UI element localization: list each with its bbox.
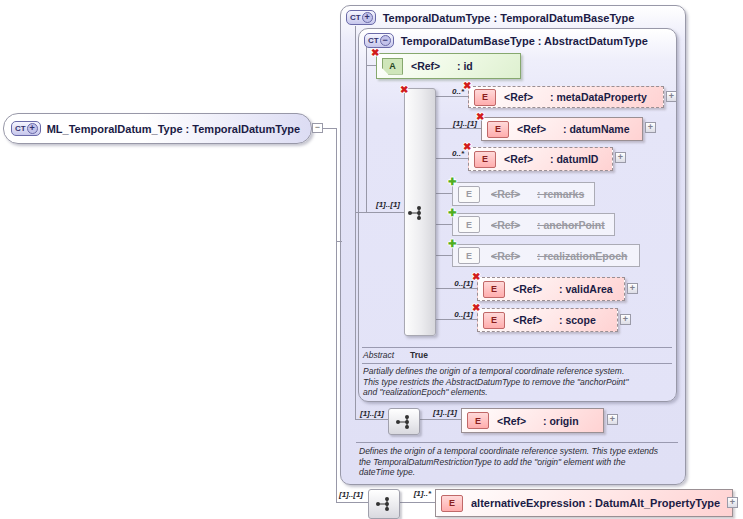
cardinality-label: [1]..* [389, 489, 431, 498]
element-validarea[interactable]: ✖ E <Ref> : validArea [477, 277, 625, 301]
collapse-toggle-icon[interactable]: − [312, 123, 323, 133]
element-icon: E [458, 186, 480, 203]
element-name: : anchorPoint [537, 219, 605, 231]
separator [362, 347, 672, 348]
connector-line [355, 419, 388, 420]
separator [356, 442, 678, 443]
connector-line [434, 158, 468, 159]
connector-line [434, 193, 452, 194]
connector-line [366, 65, 376, 66]
removed-icon: ✖ [371, 47, 379, 58]
connector-line [434, 96, 468, 97]
element-metadataproperty[interactable]: ✖ E <Ref> : metaDataProperty [468, 86, 664, 108]
complex-type-restriction-icon: CT− [364, 33, 394, 48]
element-name: : validArea [559, 283, 613, 295]
removed-icon: ✖ [463, 80, 471, 91]
element-ref: <Ref> [517, 123, 563, 135]
element-icon: E [483, 281, 505, 298]
cardinality-label: [1]..[1] [415, 408, 457, 417]
annotation-line: the TemporalDatumRestrictionType to add … [359, 457, 658, 468]
element-icon: E [458, 216, 480, 233]
cardinality-label: [1]..[1] [321, 490, 363, 499]
element-ref: <Ref> [513, 283, 559, 295]
connector-line [355, 212, 404, 213]
annotation-temporaldatumtype: Defines the origin of a temporal coordin… [359, 446, 658, 478]
annotation-line: dateTime type. [359, 467, 658, 478]
annotation-line: Defines the origin of a temporal coordin… [359, 446, 658, 457]
connector-line [434, 128, 481, 129]
connector-line [336, 241, 342, 242]
expand-icon[interactable]: + [627, 283, 638, 294]
abstract-facet-value: True [410, 350, 428, 360]
abstract-facet-label: Abstract [363, 350, 394, 360]
extension-sign-icon: + [27, 123, 38, 134]
type-title: TemporalDatumBaseType : AbstractDatumTyp… [401, 35, 648, 47]
expand-icon[interactable]: + [727, 497, 738, 508]
removed-icon: ✖ [400, 84, 408, 95]
element-icon: E [458, 247, 480, 264]
connector-line [418, 419, 461, 420]
type-box-ml-temporaldatum[interactable]: CT+ ML_TemporalDatum_Type : TemporalDatu… [3, 113, 312, 144]
sequence-icon [375, 496, 393, 512]
xsd-schema-diagram: CT+ TemporalDatumType : TemporalDatumBas… [0, 0, 743, 519]
annotation-temporaldatumbasetype: Partially defines the origin of a tempor… [363, 366, 628, 398]
connector-line [323, 128, 336, 129]
element-ref: <Ref> [497, 415, 543, 427]
annotation-line: and "realizationEpoch" elements. [363, 387, 628, 398]
element-icon: E [467, 412, 489, 429]
sequence-group-bar[interactable]: ✖ [404, 88, 436, 336]
type-header-temporaldatumbasetype: CT− TemporalDatumBaseType : AbstractDatu… [364, 33, 648, 48]
connector-line [398, 502, 435, 503]
element-name: : datumName [563, 123, 630, 135]
ct-label: CT [15, 123, 26, 134]
added-icon: ✚ [448, 238, 456, 249]
removed-icon: ✖ [472, 271, 480, 282]
complex-type-extension-icon: CT+ [11, 121, 41, 136]
attribute-id[interactable]: ✖ A <Ref> : id [376, 53, 521, 79]
element-name: alternativeExpression : DatumAlt_Propert… [471, 497, 720, 509]
cardinality-label: 0..[1] [437, 310, 473, 319]
connector-line [336, 128, 337, 503]
annotation-line: Partially defines the origin of a tempor… [363, 366, 628, 377]
cardinality-label: 0..* [436, 87, 464, 96]
ct-label: CT [350, 12, 361, 23]
attribute-ref: <Ref> [411, 60, 457, 72]
added-icon: ✚ [448, 176, 456, 187]
element-realizationepoch-removed[interactable]: ✚ E <Ref>: realizationEpoch [452, 244, 640, 267]
element-anchorpoint-removed[interactable]: ✚ E <Ref>: anchorPoint [452, 213, 615, 236]
expand-icon[interactable]: + [666, 91, 677, 102]
element-datumname[interactable]: ✖ E <Ref> : datumName [481, 117, 643, 141]
connector-line [434, 319, 477, 320]
element-origin[interactable]: E <Ref> : origin [461, 408, 604, 433]
connector-line [366, 47, 367, 213]
expand-icon[interactable]: + [645, 122, 656, 133]
element-datumid[interactable]: ✖ E <Ref> : datumID [468, 147, 613, 171]
element-remarks-removed[interactable]: ✚ E <Ref>: remarks [452, 182, 595, 206]
element-icon: E [483, 312, 505, 329]
complex-type-extension-icon: CT+ [346, 10, 376, 25]
element-icon: E [474, 89, 496, 106]
element-name: : metaDataProperty [550, 91, 647, 103]
removed-icon: ✖ [463, 141, 471, 152]
sequence-icon [395, 414, 413, 430]
removed-icon: ✖ [472, 302, 480, 313]
element-ref: <Ref> [491, 219, 537, 231]
element-ref: <Ref> [491, 250, 537, 262]
cardinality-label: 0..* [436, 149, 464, 158]
element-icon: E [487, 121, 509, 138]
element-alternativeexpression[interactable]: E alternativeExpression : DatumAlt_Prope… [435, 489, 733, 517]
ct-label: CT [368, 35, 379, 46]
expand-icon[interactable]: + [615, 152, 626, 163]
element-name: : datumID [550, 153, 598, 165]
sequence-icon [407, 205, 425, 221]
cardinality-label: [1]..[1] [342, 409, 384, 418]
expand-icon[interactable]: + [607, 414, 618, 425]
element-scope[interactable]: ✖ E <Ref> : scope [477, 308, 618, 332]
added-icon: ✚ [448, 207, 456, 218]
connector-line [336, 502, 368, 503]
element-name: : scope [559, 314, 596, 326]
element-icon: E [441, 495, 463, 512]
cardinality-label: [1]..[1] [433, 119, 477, 128]
expand-icon[interactable]: + [620, 314, 631, 325]
separator [362, 363, 672, 364]
